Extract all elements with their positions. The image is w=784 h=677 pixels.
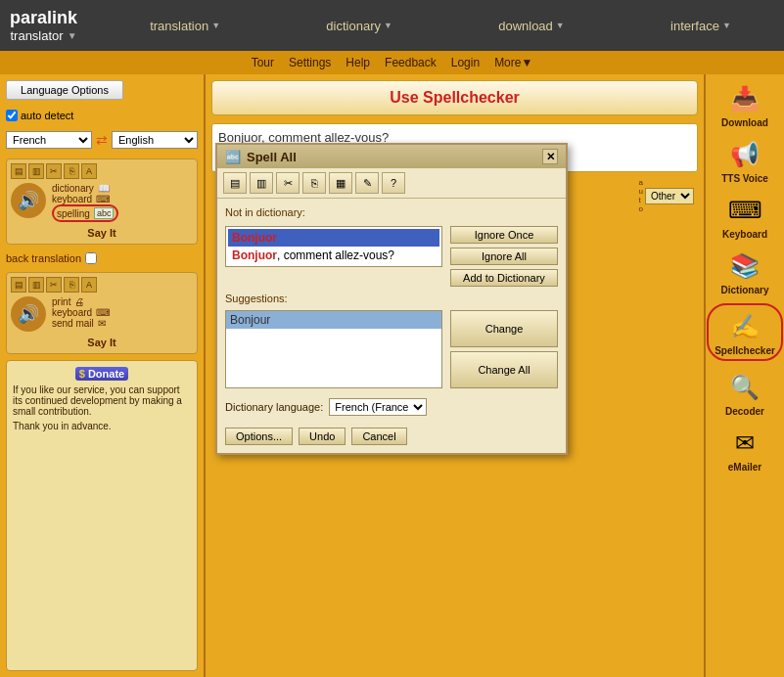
say-it-speaker-icon-2[interactable]: 🔊 <box>11 296 46 332</box>
change-button[interactable]: Change <box>450 310 558 347</box>
options-button[interactable]: Options... <box>225 428 293 445</box>
spellchecker-icon: ✍ <box>724 308 765 345</box>
not-in-dict-item-2[interactable]: Bonjuor, comment allez-vous? <box>228 247 439 264</box>
nav-dictionary-arrow: ▼ <box>384 21 392 30</box>
sidebar-item-emailer[interactable]: ✉ eMailer <box>724 425 765 473</box>
not-in-dict-label: Not in dictionary: <box>225 206 558 218</box>
lang-pair-row: French ⇄ English <box>6 131 198 149</box>
toolbar-icon-paste[interactable]: ▥ <box>28 163 44 179</box>
say-it-label-2[interactable]: Say It <box>87 337 115 348</box>
right-sidebar: 📥 Download 📢 TTS Voice ⌨ Keyboard 📚 Dict… <box>704 74 784 677</box>
suggestion-item-1[interactable]: Bonjour <box>226 311 441 329</box>
sidebar-item-keyboard[interactable]: ⌨ Keyboard <box>722 192 767 240</box>
sidebar-item-spellchecker[interactable]: ✍ Spellchecker <box>707 303 783 361</box>
nav-dictionary[interactable]: dictionary ▼ <box>326 19 392 33</box>
auto-detect-label: auto detect <box>21 110 73 121</box>
toolbar-icon-font[interactable]: A <box>81 163 97 179</box>
say-it-speaker-icon-1[interactable]: 🔊 <box>11 183 46 218</box>
main-wrapper: Language Options auto detect French ⇄ En… <box>0 74 784 677</box>
toolbar-icon-clear-2[interactable]: ⎘ <box>64 277 79 293</box>
other-engine-select[interactable]: Other <box>645 188 694 204</box>
swap-languages-button[interactable]: ⇄ <box>96 132 108 148</box>
tts-label: TTS Voice <box>721 173 768 184</box>
suggestions-right: Change Change All <box>450 310 558 388</box>
say-it-inner-2: 🔊 print 🖨 keyboard ⌨ send mail ✉ <box>11 296 193 332</box>
toolbar-icon-paste-2[interactable]: ▥ <box>28 277 44 293</box>
suggestions-list: Bonjour <box>225 310 442 388</box>
spell-tool-2[interactable]: ▥ <box>250 172 273 194</box>
say-it-box-1: ▤ ▥ ✂ ⎘ A 🔊 dictionary 📖 keyboard ⌨ <box>6 158 198 245</box>
spell-toolbar: ▤ ▥ ✂ ⎘ ▦ ✎ ? <box>217 168 566 199</box>
not-in-dict-item-1[interactable]: Bonjuor <box>228 229 439 247</box>
sidebar-item-decoder[interactable]: 🔍 Decoder <box>724 369 765 417</box>
ignore-all-button[interactable]: Ignore All <box>450 248 558 265</box>
nav-download[interactable]: download ▼ <box>498 19 565 33</box>
toolbar-icon-copy[interactable]: ▤ <box>11 163 26 179</box>
spellcheck-banner: Use Spellchecker <box>211 80 698 115</box>
spell-tool-6[interactable]: ✎ <box>355 172 379 194</box>
cancel-button[interactable]: Cancel <box>351 428 406 445</box>
toolbar-icon-copy-2[interactable]: ▤ <box>11 277 26 293</box>
spell-dialog-close-button[interactable]: ✕ <box>542 149 558 164</box>
logo-link: link <box>47 8 77 27</box>
spell-tool-1[interactable]: ▤ <box>223 172 247 194</box>
keyboard-icon-1: ⌨ <box>96 194 110 204</box>
spell-tool-3[interactable]: ✂ <box>276 172 300 194</box>
sec-nav-login[interactable]: Login <box>451 56 480 69</box>
source-language-select[interactable]: French <box>6 131 92 149</box>
not-in-dict-word-1: Bonjuor <box>232 231 277 245</box>
download-label: Download <box>721 117 768 128</box>
auto-detect-checkbox[interactable] <box>6 110 18 121</box>
donate-thanks: Thank you in advance. <box>13 421 191 431</box>
nav-translation[interactable]: translation ▼ <box>150 19 220 33</box>
option-print: print 🖨 <box>52 296 110 307</box>
toolbar-icon-font-2[interactable]: A <box>81 277 97 293</box>
sec-nav-tour[interactable]: Tour <box>252 56 274 69</box>
not-in-dict-word-2-prefix: Bonjuor <box>232 248 277 262</box>
donate-title[interactable]: $ Donate <box>75 367 128 381</box>
sec-nav-more[interactable]: More▼ <box>494 56 532 69</box>
sec-nav-feedback[interactable]: Feedback <box>385 56 437 69</box>
sidebar-item-dictionary[interactable]: 📚 Dictionary <box>721 248 769 295</box>
undo-button[interactable]: Undo <box>299 428 346 445</box>
suggestions-row: Bonjour Change Change All <box>225 310 558 388</box>
say-it-box-2: ▤ ▥ ✂ ⎘ A 🔊 print 🖨 keyboard ⌨ <box>6 272 198 354</box>
toolbar-icons-1: ▤ ▥ ✂ ⎘ A <box>11 163 193 179</box>
logo[interactable]: paralink translator ▼ <box>10 8 77 43</box>
change-all-button[interactable]: Change All <box>450 351 558 388</box>
sec-nav-settings[interactable]: Settings <box>289 56 331 69</box>
add-to-dictionary-button[interactable]: Add to Dictionary <box>450 269 558 287</box>
emailer-label: eMailer <box>728 462 761 473</box>
back-translation-label: back translation <box>6 252 81 264</box>
sendmail-icon: ✉ <box>98 318 106 329</box>
sidebar-item-download[interactable]: 📥 Download <box>721 80 768 128</box>
sidebar-item-tts[interactable]: 📢 TTS Voice <box>721 136 768 184</box>
target-language-select[interactable]: English <box>112 131 198 149</box>
language-options-button[interactable]: Language Options <box>6 80 123 100</box>
spell-bottom-buttons: Options... Undo Cancel <box>225 428 558 445</box>
spell-tool-help[interactable]: ? <box>382 172 405 194</box>
spell-tool-5[interactable]: ▦ <box>329 172 352 194</box>
top-navigation: paralink translator ▼ translation ▼ dict… <box>0 0 784 51</box>
nav-interface[interactable]: interface ▼ <box>670 19 731 33</box>
sec-nav-help[interactable]: Help <box>346 56 370 69</box>
ignore-once-button[interactable]: Ignore Once <box>450 226 558 244</box>
top-nav-links: translation ▼ dictionary ▼ download ▼ in… <box>107 19 774 33</box>
dict-lang-label: Dictionary language: <box>225 401 323 413</box>
toolbar-icon-clear[interactable]: ⎘ <box>64 163 79 179</box>
dictionary-label: Dictionary <box>721 285 769 295</box>
not-in-dict-word-2-suffix: , comment allez-vous? <box>277 248 394 262</box>
dict-lang-row: Dictionary language: French (France <box>225 398 558 416</box>
say-it-options-1: dictionary 📖 keyboard ⌨ spelling abc <box>52 183 118 222</box>
spell-all-dialog: 🔤 Spell All ✕ ▤ ▥ ✂ ⎘ ▦ ✎ ? Not in dicti… <box>215 143 568 455</box>
option-spelling-highlighted: spelling abc <box>52 204 118 222</box>
donate-text: If you like our service, you can support… <box>13 384 191 417</box>
toolbar-icon-cut[interactable]: ✂ <box>46 163 62 179</box>
spell-right-col: Ignore Once Ignore All Add to Dictionary <box>450 226 558 287</box>
suggestions-left: Bonjour <box>225 310 442 388</box>
spell-tool-4[interactable]: ⎘ <box>302 172 326 194</box>
toolbar-icon-cut-2[interactable]: ✂ <box>46 277 62 293</box>
say-it-label-1[interactable]: Say It <box>87 227 115 239</box>
back-translation-checkbox[interactable] <box>85 252 97 264</box>
dict-lang-select[interactable]: French (France <box>329 398 427 416</box>
